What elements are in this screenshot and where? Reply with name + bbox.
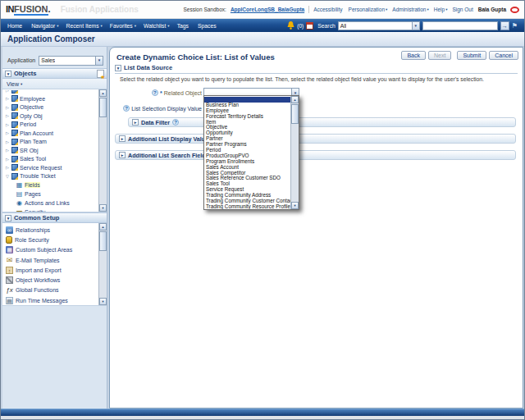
dropdown-option[interactable]: Program Enrollments bbox=[204, 159, 290, 165]
dropdown-option[interactable]: Business Plan bbox=[204, 103, 290, 108]
advanced-search-icon[interactable]: ⚑ bbox=[512, 22, 518, 30]
common-setup-scrollbar[interactable]: ▲ ▼ bbox=[98, 223, 107, 305]
additional-display-values-section[interactable]: ▸ Additional List Display Values ? bbox=[115, 134, 516, 144]
alerts-bell-icon[interactable] bbox=[287, 21, 294, 30]
help-icon[interactable]: ? bbox=[123, 105, 130, 112]
collapse-icon[interactable]: ▾ bbox=[5, 71, 11, 77]
common-setup-label[interactable]: Object Workflows bbox=[16, 277, 60, 283]
expand-icon[interactable]: ▷ bbox=[5, 105, 10, 110]
tree-row[interactable]: ▷ Period bbox=[5, 121, 98, 130]
scrollbar-thumb[interactable] bbox=[99, 98, 107, 117]
tree-row[interactable]: ▷ Sales Tool bbox=[5, 155, 98, 164]
cancel-button[interactable]: Cancel bbox=[489, 51, 518, 60]
application-select[interactable]: Sales ▼ bbox=[39, 56, 103, 66]
scrollbar-thumb[interactable] bbox=[99, 231, 107, 251]
common-setup-label[interactable]: Import and Export bbox=[16, 267, 62, 273]
banner-link[interactable]: Administration▾ bbox=[392, 7, 428, 12]
view-menu[interactable]: View ▾ bbox=[2, 79, 107, 89]
calendar-icon[interactable] bbox=[306, 22, 313, 30]
common-setup-row[interactable]: Run Time Messages bbox=[6, 295, 98, 305]
tree-child-row[interactable]: Pages bbox=[5, 189, 98, 199]
collapse-icon[interactable]: ▾ bbox=[115, 65, 121, 71]
expand-icon[interactable]: ▷ bbox=[5, 148, 10, 153]
tree-child-label[interactable]: Security bbox=[25, 209, 45, 212]
common-setup-label[interactable]: Relationships bbox=[16, 227, 50, 233]
collapse-icon[interactable]: ▾ bbox=[5, 215, 11, 221]
objects-section-header[interactable]: ▾ Objects bbox=[2, 68, 107, 79]
expand-icon[interactable]: ▷ bbox=[5, 157, 10, 162]
tree-child-label[interactable]: Pages bbox=[25, 191, 41, 197]
tree-child-row[interactable]: Actions and Links bbox=[5, 199, 98, 208]
back-button[interactable]: Back bbox=[401, 51, 426, 60]
dropdown-option[interactable]: Trading Community Customer Contact Profi… bbox=[204, 199, 290, 204]
dropdown-option[interactable]: Forecast Territory Details bbox=[204, 114, 290, 120]
submit-button[interactable]: Submit bbox=[457, 51, 486, 60]
collapse-icon[interactable]: ▽ bbox=[5, 174, 10, 179]
common-setup-row[interactable]: Object Workflows bbox=[6, 275, 98, 285]
common-setup-row[interactable]: Role Security bbox=[6, 235, 98, 244]
scroll-down-icon[interactable]: ▼ bbox=[291, 202, 299, 209]
common-setup-section-header[interactable]: ▾ Common Setup bbox=[2, 212, 107, 223]
expand-icon[interactable]: ▸ bbox=[119, 135, 126, 142]
expand-icon[interactable]: ▷ bbox=[5, 139, 10, 144]
nav-menu-item[interactable]: Tags bbox=[177, 23, 190, 29]
tree-row[interactable]: ▷ Opty Obj bbox=[5, 112, 98, 121]
common-setup-row[interactable] bbox=[6, 305, 98, 306]
nav-menu-item[interactable]: Navigator▾ bbox=[31, 23, 58, 29]
expand-icon[interactable]: ▷ bbox=[5, 113, 10, 118]
expand-icon[interactable]: ▷ bbox=[5, 130, 10, 135]
tree-row[interactable]: ▷ Plan Team bbox=[5, 138, 98, 147]
common-setup-row[interactable]: Global Functions bbox=[6, 285, 98, 295]
tree-item-label[interactable]: Employee bbox=[20, 96, 45, 102]
common-setup-label[interactable]: Custom Subject Areas bbox=[16, 247, 72, 253]
session-sandbox-link[interactable]: ApplCoreLongSB_BalaGupta bbox=[231, 7, 304, 12]
tree-row[interactable]: ▷ Plan Account bbox=[5, 129, 98, 138]
chevron-down-icon[interactable]: ▼ bbox=[95, 57, 103, 65]
banner-link[interactable]: Help▾ bbox=[434, 7, 448, 12]
dropdown-option[interactable]: Employee bbox=[204, 108, 290, 114]
nav-menu-item[interactable]: Watchlist▾ bbox=[144, 23, 170, 29]
scrollbar-thumb[interactable] bbox=[291, 104, 299, 124]
dropdown-option[interactable]: Trading Community Address bbox=[204, 193, 290, 199]
dropdown-option[interactable] bbox=[204, 97, 290, 103]
tree-item-label[interactable]: Service Request bbox=[20, 165, 62, 171]
nav-menu-item[interactable]: Home bbox=[7, 23, 24, 29]
scroll-down-icon[interactable]: ▼ bbox=[99, 298, 107, 305]
common-setup-label[interactable]: Run Time Messages bbox=[16, 298, 68, 304]
common-setup-label[interactable]: E-Mail Templates bbox=[16, 258, 60, 263]
dropdown-scrollbar[interactable]: ▲ ▼ bbox=[290, 96, 299, 209]
dropdown-option[interactable]: Service Request bbox=[204, 187, 290, 193]
dropdown-option[interactable]: Sales Account bbox=[204, 165, 290, 171]
dropdown-option[interactable]: Opportunity bbox=[204, 130, 290, 136]
common-setup-label[interactable]: Role Security bbox=[15, 237, 49, 243]
dropdown-option[interactable]: Item bbox=[204, 120, 290, 126]
tree-row[interactable]: ▷ bbox=[5, 90, 98, 94]
dropdown-option[interactable]: Partner bbox=[204, 136, 290, 142]
new-object-icon[interactable] bbox=[97, 70, 104, 78]
tree-item-label[interactable]: SR Obj bbox=[20, 148, 39, 153]
common-setup-row[interactable]: Relationships bbox=[6, 225, 98, 235]
tree-item-label[interactable]: Sales Tool bbox=[20, 156, 46, 162]
common-setup-row[interactable]: E-Mail Templates bbox=[6, 255, 98, 265]
tree-row[interactable]: ▷ Service Request bbox=[5, 163, 98, 172]
tree-child-label[interactable]: Fields bbox=[25, 182, 40, 188]
banner-link[interactable]: Sign Out bbox=[452, 7, 473, 12]
tree-item-label[interactable]: Period bbox=[20, 121, 36, 127]
nav-menu-item[interactable]: Favorites▾ bbox=[110, 23, 136, 29]
help-icon[interactable]: ? bbox=[172, 119, 179, 126]
nav-menu-item[interactable]: Recent Items▾ bbox=[66, 23, 103, 29]
dropdown-option[interactable]: Sales Reference Customer SDO bbox=[204, 176, 290, 181]
data-filter-section[interactable]: ▸ Data Filter ? bbox=[128, 117, 516, 127]
expand-icon[interactable]: ▸ bbox=[132, 119, 139, 126]
tree-item-label[interactable]: Objective bbox=[20, 104, 43, 110]
additional-search-fields-section[interactable]: ▸ Additional List Search Fields ? bbox=[115, 150, 516, 160]
tree-item-label[interactable]: Plan Team bbox=[20, 139, 47, 144]
common-setup-label[interactable]: Global Functions bbox=[16, 287, 59, 293]
dropdown-option[interactable]: Sales Competitor bbox=[204, 171, 290, 176]
tree-child-row[interactable]: Fields bbox=[5, 180, 98, 189]
scroll-up-icon[interactable]: ▲ bbox=[291, 96, 299, 103]
dropdown-option[interactable]: Trading Community Resource Profile bbox=[204, 204, 290, 209]
dropdown-option[interactable]: ProductGroupPVO bbox=[204, 153, 290, 159]
tree-child-label[interactable]: Actions and Links bbox=[25, 200, 70, 206]
scroll-up-icon[interactable]: ▲ bbox=[99, 89, 107, 97]
